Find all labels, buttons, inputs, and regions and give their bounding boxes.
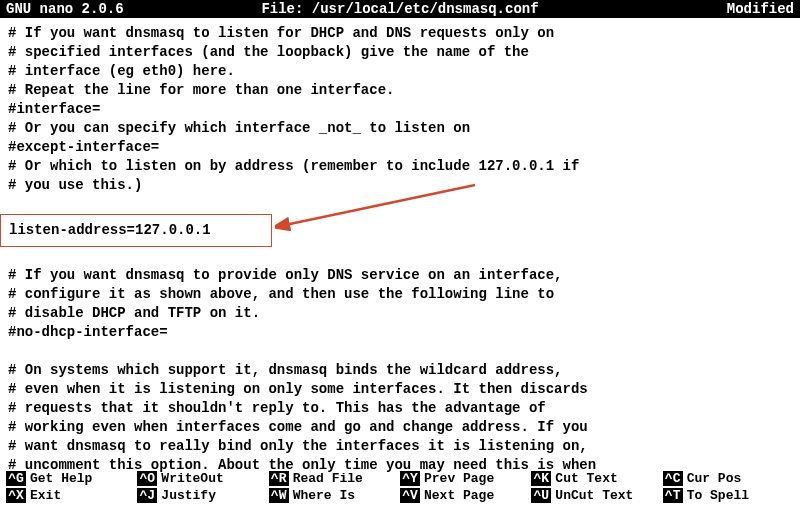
keycap: ^X	[6, 488, 26, 503]
shortcut-label: Cut Text	[555, 471, 617, 486]
shortcut-label: Prev Page	[424, 471, 494, 486]
editor-line[interactable]: # working even when interfaces come and …	[8, 418, 792, 437]
editor-line[interactable]: # specified interfaces (and the loopback…	[8, 43, 792, 62]
editor-line[interactable]: #interface=	[8, 100, 792, 119]
editor-line[interactable]: # On systems which support it, dnsmasq b…	[8, 361, 792, 380]
keycap: ^T	[663, 488, 683, 503]
keycap: ^C	[663, 471, 683, 486]
title-bar: GNU nano 2.0.6 File: /usr/local/etc/dnsm…	[0, 0, 800, 18]
editor-line[interactable]: # If you want dnsmasq to provide only DN…	[8, 266, 792, 285]
editor-content[interactable]: # If you want dnsmasq to listen for DHCP…	[0, 18, 800, 475]
shortcut-menu: ^GGet Help^OWriteOut^RRead File^YPrev Pa…	[6, 471, 794, 503]
shortcut-label: Next Page	[424, 488, 494, 503]
editor-line[interactable]: listen-address=127.0.0.1	[8, 214, 792, 247]
shortcut-cut-text[interactable]: ^KCut Text	[531, 471, 662, 486]
modified-status: Modified	[727, 1, 794, 17]
shortcut-where-is[interactable]: ^WWhere Is	[269, 488, 400, 503]
shortcut-get-help[interactable]: ^GGet Help	[6, 471, 137, 486]
editor-line[interactable]: # requests that it shouldn't reply to. T…	[8, 399, 792, 418]
shortcut-label: WriteOut	[161, 471, 223, 486]
editor-line[interactable]: #except-interface=	[8, 138, 792, 157]
keycap: ^O	[137, 471, 157, 486]
shortcut-justify[interactable]: ^JJustify	[137, 488, 268, 503]
shortcut-label: Justify	[161, 488, 216, 503]
shortcut-writeout[interactable]: ^OWriteOut	[137, 471, 268, 486]
shortcut-to-spell[interactable]: ^TTo Spell	[663, 488, 794, 503]
editor-line[interactable]: # you use this.)	[8, 176, 792, 195]
app-name: GNU nano 2.0.6	[6, 1, 124, 17]
editor-line[interactable]: # Or which to listen on by address (reme…	[8, 157, 792, 176]
shortcut-uncut-text[interactable]: ^UUnCut Text	[531, 488, 662, 503]
highlighted-line: listen-address=127.0.0.1	[0, 214, 272, 247]
editor-line[interactable]: # disable DHCP and TFTP on it.	[8, 304, 792, 323]
shortcut-exit[interactable]: ^XExit	[6, 488, 137, 503]
shortcut-cur-pos[interactable]: ^CCur Pos	[663, 471, 794, 486]
editor-line[interactable]: # Repeat the line for more than one inte…	[8, 81, 792, 100]
shortcut-label: Get Help	[30, 471, 92, 486]
keycap: ^V	[400, 488, 420, 503]
shortcut-prev-page[interactable]: ^YPrev Page	[400, 471, 531, 486]
keycap: ^U	[531, 488, 551, 503]
keycap: ^W	[269, 488, 289, 503]
shortcut-label: Exit	[30, 488, 61, 503]
shortcut-label: Cur Pos	[687, 471, 742, 486]
shortcut-label: Read File	[293, 471, 363, 486]
keycap: ^Y	[400, 471, 420, 486]
shortcut-read-file[interactable]: ^RRead File	[269, 471, 400, 486]
editor-line[interactable]: #no-dhcp-interface=	[8, 323, 792, 342]
editor-line[interactable]: # configure it as shown above, and then …	[8, 285, 792, 304]
editor-line[interactable]	[8, 195, 792, 214]
editor-line[interactable]: # even when it is listening on only some…	[8, 380, 792, 399]
editor-line[interactable]: # want dnsmasq to really bind only the i…	[8, 437, 792, 456]
editor-line[interactable]: # If you want dnsmasq to listen for DHCP…	[8, 24, 792, 43]
keycap: ^R	[269, 471, 289, 486]
shortcut-label: Where Is	[293, 488, 355, 503]
keycap: ^G	[6, 471, 26, 486]
keycap: ^K	[531, 471, 551, 486]
editor-line[interactable]	[8, 342, 792, 361]
shortcut-label: UnCut Text	[555, 488, 633, 503]
shortcut-label: To Spell	[687, 488, 749, 503]
shortcut-next-page[interactable]: ^VNext Page	[400, 488, 531, 503]
editor-line[interactable]: # Or you can specify which interface _no…	[8, 119, 792, 138]
editor-line[interactable]: # interface (eg eth0) here.	[8, 62, 792, 81]
keycap: ^J	[137, 488, 157, 503]
editor-line[interactable]	[8, 247, 792, 266]
